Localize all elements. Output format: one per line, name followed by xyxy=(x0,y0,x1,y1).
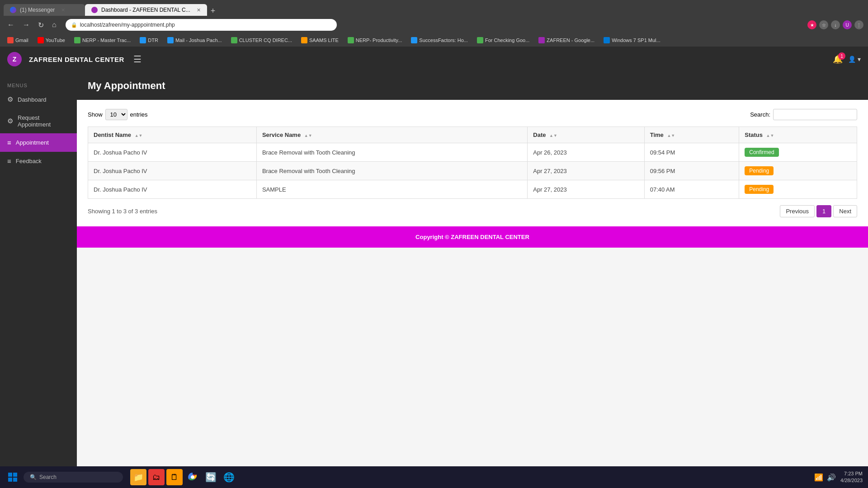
tab-messenger[interactable]: (1) Messenger ✕ xyxy=(4,4,85,16)
address-bar[interactable]: 🔒 localhost/zafreen/my-apppointment.php xyxy=(66,19,337,31)
bookmark-mail[interactable]: Mail - Joshua Pach... xyxy=(164,36,226,44)
bookmark-gmail-label: Gmail xyxy=(15,38,28,43)
search-box: Search: xyxy=(750,109,857,120)
gmail-icon xyxy=(7,37,14,43)
bookmark-nerp2[interactable]: NERP- Productivity... xyxy=(344,36,406,44)
cell-status-2: Pending xyxy=(739,180,857,199)
bookmark-saams-label: SAAMS LITE xyxy=(309,38,339,43)
page-1-button[interactable]: 1 xyxy=(816,205,831,217)
request-icon: ⚙ xyxy=(7,117,13,125)
windows-bm-icon xyxy=(604,37,610,43)
status-badge-1: Pending xyxy=(745,166,774,175)
cell-dentist-2: Dr. Joshua Pacho IV xyxy=(88,180,257,199)
close-tab-dashboard[interactable]: ✕ xyxy=(197,7,201,13)
entries-select[interactable]: 10 25 50 xyxy=(105,109,127,120)
cell-service-1: Brace Removal with Tooth Cleaning xyxy=(256,162,527,180)
taskbar-app3-icon[interactable]: 🗒 xyxy=(166,469,183,485)
sidebar-item-request-appointment[interactable]: ⚙ Request Appointment xyxy=(0,109,77,133)
user-menu[interactable]: 👤 ▾ xyxy=(848,56,861,63)
bookmark-checking[interactable]: For Checking Goo... xyxy=(473,36,533,44)
cluster-icon xyxy=(231,37,237,43)
messenger-icon xyxy=(10,7,16,13)
footer: Copyright © ZAFREEN DENTAL CENTER xyxy=(77,226,868,248)
bookmark-youtube[interactable]: YouTube xyxy=(34,36,69,44)
close-tab-messenger[interactable]: ✕ xyxy=(61,7,65,13)
menu-icon[interactable]: ⋮ xyxy=(854,20,863,29)
reload-button[interactable]: ↻ xyxy=(35,19,47,31)
bookmark-zafreen[interactable]: ZAFREEN - Google... xyxy=(535,36,598,44)
appointment-table: Dentist Name ▲▼ Service Name ▲▼ Date ▲▼ xyxy=(88,127,857,199)
tray-date: 4/28/2023 xyxy=(840,477,863,484)
bookmark-windows[interactable]: Windows 7 SP1 Mul... xyxy=(600,36,664,44)
svg-point-1 xyxy=(191,475,194,479)
tray-wifi-icon: 📶 xyxy=(814,473,823,482)
col-time[interactable]: Time ▲▼ xyxy=(644,127,739,143)
taskbar: 🔍 Search 📁 🗂 🗒 🔄 🌐 📶 🔊 7:23 PM 4/28/202 xyxy=(0,466,868,488)
col-status[interactable]: Status ▲▼ xyxy=(739,127,857,143)
taskbar-app5-icon[interactable]: 🔄 xyxy=(203,469,219,485)
taskbar-chrome-icon[interactable] xyxy=(184,469,201,485)
tray-icons: 📶 🔊 xyxy=(814,473,836,482)
hamburger-menu[interactable]: ☰ xyxy=(133,54,142,65)
show-label: Show xyxy=(88,111,103,118)
search-label: Search: xyxy=(750,111,770,118)
bookmark-nerp1[interactable]: NERP - Master Trac... xyxy=(71,36,134,44)
forward-button[interactable]: → xyxy=(20,19,33,31)
download-icon[interactable]: ↓ xyxy=(831,20,840,29)
search-input[interactable] xyxy=(773,109,857,120)
tray-volume-icon: 🔊 xyxy=(827,473,836,482)
page-header: My Appointment xyxy=(77,72,868,100)
sidebar-label-feedback: Feedback xyxy=(16,158,42,164)
status-badge-2: Pending xyxy=(745,185,774,194)
bookmark-gmail[interactable]: Gmail xyxy=(4,36,32,44)
sidebar-item-feedback[interactable]: ≡ Feedback xyxy=(0,152,77,170)
bookmark-cluster[interactable]: CLUSTER CQ DIREC... xyxy=(227,36,296,44)
taskbar-search[interactable]: 🔍 Search xyxy=(24,472,123,483)
pagination-row: Showing 1 to 3 of 3 entries Previous 1 N… xyxy=(88,205,857,217)
bookmark-mail-label: Mail - Joshua Pach... xyxy=(175,38,222,43)
previous-button[interactable]: Previous xyxy=(780,205,815,217)
mail-icon xyxy=(167,37,174,43)
bookmark-success[interactable]: SuccessFactors: Ho... xyxy=(407,36,472,44)
new-tab-button[interactable]: + xyxy=(207,6,219,16)
sidebar-item-dashboard[interactable]: ⚙ Dashboard xyxy=(0,90,77,109)
cell-time-2: 07:40 AM xyxy=(644,180,739,199)
status-badge-0: Confirmed xyxy=(745,148,778,157)
home-button[interactable]: ⌂ xyxy=(49,19,59,31)
taskbar-app2-icon[interactable]: 🗂 xyxy=(148,469,165,485)
sidebar-label-dashboard: Dashboard xyxy=(18,96,47,103)
bookmark-saams[interactable]: SAAMS LITE xyxy=(297,36,342,44)
back-button[interactable]: ← xyxy=(5,19,17,31)
table-row: Dr. Joshua Pacho IV Brace Removal with T… xyxy=(88,143,857,162)
col-service-name[interactable]: Service Name ▲▼ xyxy=(256,127,527,143)
tray-clock: 7:23 PM 4/28/2023 xyxy=(840,470,863,484)
saams-icon xyxy=(301,37,307,43)
sort-date: ▲▼ xyxy=(549,133,557,138)
table-row: Dr. Joshua Pacho IV Brace Removal with T… xyxy=(88,162,857,180)
windows-logo xyxy=(8,473,17,482)
success-icon xyxy=(411,37,417,43)
table-row: Dr. Joshua Pacho IV SAMPLE Apr 27, 2023 … xyxy=(88,180,857,199)
taskbar-files-icon[interactable]: 📁 xyxy=(130,469,146,485)
sidebar-item-appointment[interactable]: ≡ Appointment xyxy=(0,133,77,152)
next-button[interactable]: Next xyxy=(833,205,857,217)
bookmark-zafreen-label: ZAFREEN - Google... xyxy=(547,38,594,43)
notification-bell[interactable]: 🔔 1 xyxy=(833,54,843,64)
bookmark-youtube-label: YouTube xyxy=(46,38,65,43)
extensions-icon[interactable]: ★ xyxy=(807,20,816,29)
taskbar-app6-icon[interactable]: 🌐 xyxy=(221,469,237,485)
cell-service-2: SAMPLE xyxy=(256,180,527,199)
profile-icon[interactable]: U xyxy=(843,20,852,29)
start-button[interactable] xyxy=(5,470,20,484)
bookmark-success-label: SuccessFactors: Ho... xyxy=(419,38,468,43)
bookmark-dtr[interactable]: DTR xyxy=(136,36,162,44)
tab-dashboard[interactable]: Dashboard - ZAFREEN DENTAL C... ✕ xyxy=(85,4,207,16)
col-date[interactable]: Date ▲▼ xyxy=(528,127,644,143)
col-dentist-name[interactable]: Dentist Name ▲▼ xyxy=(88,127,257,143)
page-title: My Appointment xyxy=(88,80,857,92)
dtr-icon xyxy=(140,37,146,43)
cell-time-0: 09:54 PM xyxy=(644,143,739,162)
topbar-icons: 🔔 1 👤 ▾ xyxy=(833,54,861,64)
bookmark-icon[interactable]: ☆ xyxy=(819,20,828,29)
show-entries: Show 10 25 50 entries xyxy=(88,109,148,120)
